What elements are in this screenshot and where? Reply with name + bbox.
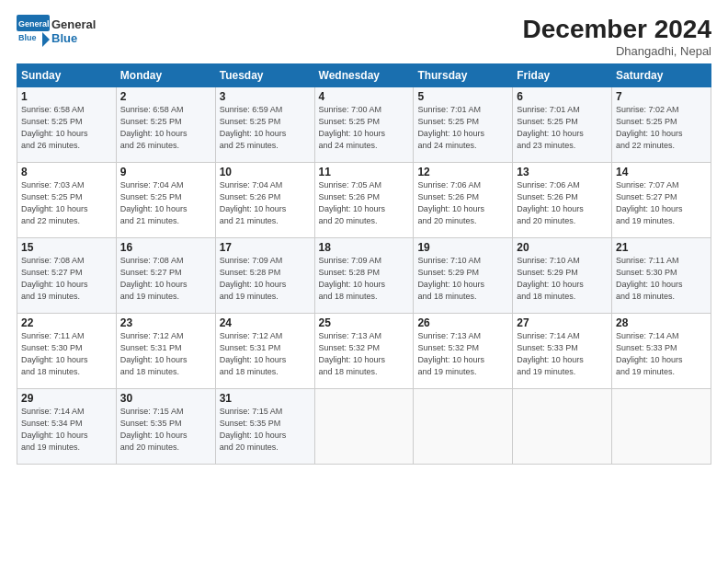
day-number: 29	[21, 392, 112, 405]
logo-text-general: General	[51, 17, 96, 31]
day-cell-18: 18Sunrise: 7:09 AM Sunset: 5:28 PM Dayli…	[314, 238, 414, 314]
day-number: 19	[417, 241, 508, 254]
empty-cell	[314, 389, 414, 465]
day-number: 13	[517, 166, 608, 178]
day-info: Sunrise: 7:00 AM Sunset: 5:25 PM Dayligh…	[319, 104, 410, 152]
day-number: 2	[120, 90, 211, 103]
month-title: December 2024	[523, 15, 711, 44]
day-cell-1: 1Sunrise: 6:58 AM Sunset: 5:25 PM Daylig…	[17, 87, 117, 163]
day-number: 12	[417, 166, 508, 178]
logo-text-blue: Blue	[51, 31, 96, 45]
day-info: Sunrise: 7:06 AM Sunset: 5:26 PM Dayligh…	[517, 179, 608, 227]
day-cell-29: 29Sunrise: 7:14 AM Sunset: 5:34 PM Dayli…	[17, 389, 117, 465]
header: General Blue General Blue December 2024 …	[17, 15, 711, 58]
svg-marker-3	[42, 32, 50, 47]
day-info: Sunrise: 7:13 AM Sunset: 5:32 PM Dayligh…	[417, 330, 508, 378]
day-cell-22: 22Sunrise: 7:11 AM Sunset: 5:30 PM Dayli…	[17, 314, 117, 389]
calendar-week-5: 29Sunrise: 7:14 AM Sunset: 5:34 PM Dayli…	[17, 389, 711, 465]
day-info: Sunrise: 7:10 AM Sunset: 5:29 PM Dayligh…	[517, 255, 608, 303]
day-info: Sunrise: 7:15 AM Sunset: 5:35 PM Dayligh…	[220, 406, 311, 454]
day-number: 18	[319, 241, 410, 254]
day-cell-5: 5Sunrise: 7:01 AM Sunset: 5:25 PM Daylig…	[414, 87, 513, 163]
day-info: Sunrise: 7:07 AM Sunset: 5:27 PM Dayligh…	[616, 179, 707, 227]
title-block: December 2024 Dhangadhi, Nepal	[523, 15, 711, 58]
day-info: Sunrise: 7:01 AM Sunset: 5:25 PM Dayligh…	[517, 104, 608, 152]
calendar-header-row: SundayMondayTuesdayWednesdayThursdayFrid…	[17, 64, 711, 87]
day-cell-25: 25Sunrise: 7:13 AM Sunset: 5:32 PM Dayli…	[314, 314, 414, 389]
col-header-friday: Friday	[513, 64, 612, 87]
col-header-sunday: Sunday	[17, 64, 117, 87]
day-number: 30	[120, 392, 211, 405]
day-cell-20: 20Sunrise: 7:10 AM Sunset: 5:29 PM Dayli…	[513, 238, 612, 314]
day-cell-8: 8Sunrise: 7:03 AM Sunset: 5:25 PM Daylig…	[17, 163, 117, 238]
day-cell-10: 10Sunrise: 7:04 AM Sunset: 5:26 PM Dayli…	[215, 163, 314, 238]
day-info: Sunrise: 7:14 AM Sunset: 5:34 PM Dayligh…	[21, 406, 112, 454]
day-cell-12: 12Sunrise: 7:06 AM Sunset: 5:26 PM Dayli…	[414, 163, 513, 238]
day-cell-24: 24Sunrise: 7:12 AM Sunset: 5:31 PM Dayli…	[215, 314, 314, 389]
day-number: 9	[120, 166, 211, 178]
col-header-monday: Monday	[116, 64, 215, 87]
day-info: Sunrise: 6:58 AM Sunset: 5:25 PM Dayligh…	[21, 104, 112, 152]
day-info: Sunrise: 7:09 AM Sunset: 5:28 PM Dayligh…	[220, 255, 311, 303]
empty-cell	[414, 389, 513, 465]
col-header-saturday: Saturday	[612, 64, 711, 87]
day-cell-31: 31Sunrise: 7:15 AM Sunset: 5:35 PM Dayli…	[215, 389, 314, 465]
day-cell-19: 19Sunrise: 7:10 AM Sunset: 5:29 PM Dayli…	[414, 238, 513, 314]
calendar-week-1: 1Sunrise: 6:58 AM Sunset: 5:25 PM Daylig…	[17, 87, 711, 163]
day-info: Sunrise: 7:04 AM Sunset: 5:26 PM Dayligh…	[220, 179, 311, 227]
day-number: 4	[319, 90, 410, 103]
col-header-wednesday: Wednesday	[314, 64, 414, 87]
day-cell-27: 27Sunrise: 7:14 AM Sunset: 5:33 PM Dayli…	[513, 314, 612, 389]
day-number: 16	[120, 241, 211, 254]
day-number: 26	[417, 316, 508, 329]
day-cell-23: 23Sunrise: 7:12 AM Sunset: 5:31 PM Dayli…	[116, 314, 215, 389]
col-header-thursday: Thursday	[414, 64, 513, 87]
day-info: Sunrise: 7:14 AM Sunset: 5:33 PM Dayligh…	[517, 330, 608, 378]
day-cell-7: 7Sunrise: 7:02 AM Sunset: 5:25 PM Daylig…	[612, 87, 711, 163]
day-number: 28	[616, 316, 707, 329]
day-cell-26: 26Sunrise: 7:13 AM Sunset: 5:32 PM Dayli…	[414, 314, 513, 389]
day-number: 14	[616, 166, 707, 178]
day-cell-11: 11Sunrise: 7:05 AM Sunset: 5:26 PM Dayli…	[314, 163, 414, 238]
day-cell-4: 4Sunrise: 7:00 AM Sunset: 5:25 PM Daylig…	[314, 87, 414, 163]
svg-text:General: General	[18, 19, 50, 29]
day-number: 23	[120, 316, 211, 329]
day-cell-6: 6Sunrise: 7:01 AM Sunset: 5:25 PM Daylig…	[513, 87, 612, 163]
day-number: 8	[21, 166, 112, 178]
day-cell-2: 2Sunrise: 6:58 AM Sunset: 5:25 PM Daylig…	[116, 87, 215, 163]
day-number: 10	[220, 166, 311, 178]
day-number: 22	[21, 316, 112, 329]
day-cell-9: 9Sunrise: 7:04 AM Sunset: 5:25 PM Daylig…	[116, 163, 215, 238]
col-header-tuesday: Tuesday	[215, 64, 314, 87]
day-number: 11	[319, 166, 410, 178]
day-number: 5	[417, 90, 508, 103]
day-cell-15: 15Sunrise: 7:08 AM Sunset: 5:27 PM Dayli…	[17, 238, 117, 314]
day-info: Sunrise: 7:03 AM Sunset: 5:25 PM Dayligh…	[21, 179, 112, 227]
day-cell-13: 13Sunrise: 7:06 AM Sunset: 5:26 PM Dayli…	[513, 163, 612, 238]
day-info: Sunrise: 7:15 AM Sunset: 5:35 PM Dayligh…	[120, 406, 211, 454]
day-number: 3	[220, 90, 311, 103]
calendar-week-4: 22Sunrise: 7:11 AM Sunset: 5:30 PM Dayli…	[17, 314, 711, 389]
day-number: 20	[517, 241, 608, 254]
day-number: 25	[319, 316, 410, 329]
day-info: Sunrise: 7:11 AM Sunset: 5:30 PM Dayligh…	[616, 255, 707, 303]
day-number: 6	[517, 90, 608, 103]
logo: General Blue General Blue	[17, 15, 96, 48]
day-info: Sunrise: 7:10 AM Sunset: 5:29 PM Dayligh…	[417, 255, 508, 303]
day-number: 27	[517, 316, 608, 329]
day-cell-21: 21Sunrise: 7:11 AM Sunset: 5:30 PM Dayli…	[612, 238, 711, 314]
day-number: 21	[616, 241, 707, 254]
day-info: Sunrise: 6:58 AM Sunset: 5:25 PM Dayligh…	[120, 104, 211, 152]
day-number: 31	[220, 392, 311, 405]
empty-cell	[513, 389, 612, 465]
day-info: Sunrise: 6:59 AM Sunset: 5:25 PM Dayligh…	[220, 104, 311, 152]
empty-cell	[612, 389, 711, 465]
day-cell-28: 28Sunrise: 7:14 AM Sunset: 5:33 PM Dayli…	[612, 314, 711, 389]
svg-text:Blue: Blue	[18, 33, 37, 42]
day-info: Sunrise: 7:14 AM Sunset: 5:33 PM Dayligh…	[616, 330, 707, 378]
day-info: Sunrise: 7:01 AM Sunset: 5:25 PM Dayligh…	[417, 104, 508, 152]
day-cell-30: 30Sunrise: 7:15 AM Sunset: 5:35 PM Dayli…	[116, 389, 215, 465]
calendar-week-2: 8Sunrise: 7:03 AM Sunset: 5:25 PM Daylig…	[17, 163, 711, 238]
day-info: Sunrise: 7:08 AM Sunset: 5:27 PM Dayligh…	[120, 255, 211, 303]
calendar-table: SundayMondayTuesdayWednesdayThursdayFrid…	[17, 63, 711, 465]
